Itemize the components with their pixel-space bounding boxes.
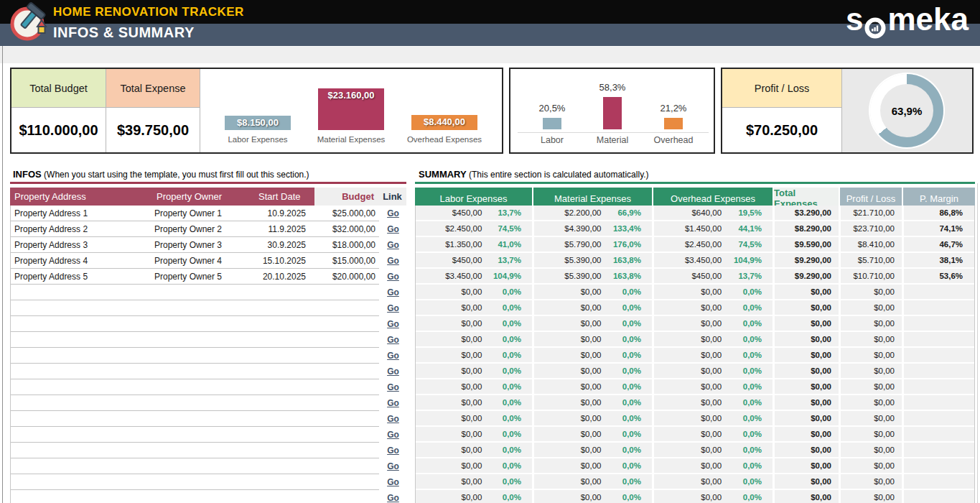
cell-overhead-expenses[interactable]: $0,000,0%	[654, 458, 775, 473]
cell-budget[interactable]	[315, 490, 379, 503]
cell-property-address[interactable]	[11, 379, 153, 395]
cell-profit-loss[interactable]: $0,00	[841, 427, 904, 441]
cell-budget[interactable]	[315, 474, 379, 490]
cell-property-address[interactable]	[11, 490, 153, 503]
cell-property-address[interactable]	[11, 411, 153, 427]
cell-labor-expenses[interactable]: $0,000,0%	[416, 411, 534, 425]
cell-material-expenses[interactable]: $0,000,0%	[534, 395, 654, 410]
cell-budget[interactable]	[315, 364, 379, 379]
cell-total-expenses[interactable]: $0,00	[775, 285, 841, 299]
cell-labor-expenses[interactable]: $0,000,0%	[416, 300, 534, 315]
cell-overhead-expenses[interactable]: $2.450,0074,5%	[654, 237, 775, 251]
cell-profit-loss[interactable]: $0,00	[841, 458, 904, 473]
go-link[interactable]: Go	[387, 319, 399, 329]
cell-property-owner[interactable]	[153, 427, 253, 443]
cell-labor-expenses[interactable]: $0,000,0%	[416, 427, 534, 441]
cell-labor-expenses[interactable]: $0,000,0%	[416, 395, 534, 410]
cell-start-date[interactable]	[253, 332, 315, 348]
cell-overhead-expenses[interactable]: $640,0019,5%	[654, 206, 775, 220]
cell-profit-loss[interactable]: $0,00	[841, 285, 904, 299]
cell-labor-expenses[interactable]: $0,000,0%	[416, 379, 534, 394]
cell-property-address[interactable]	[11, 427, 153, 443]
cell-budget[interactable]	[315, 395, 379, 411]
cell-p-margin[interactable]: 86,8%	[904, 206, 976, 220]
cell-property-owner[interactable]	[153, 332, 253, 348]
cell-labor-expenses[interactable]: $0,000,0%	[416, 332, 534, 346]
cell-property-owner[interactable]	[153, 379, 253, 395]
cell-property-address[interactable]	[11, 348, 153, 364]
cell-profit-loss[interactable]: $0,00	[841, 316, 904, 331]
cell-p-margin[interactable]	[904, 427, 976, 441]
cell-p-margin[interactable]	[904, 348, 976, 362]
cell-p-margin[interactable]	[904, 332, 976, 346]
cell-property-owner[interactable]	[153, 285, 253, 300]
cell-total-expenses[interactable]: $0,00	[775, 395, 841, 410]
cell-property-address[interactable]	[11, 285, 153, 300]
cell-budget[interactable]: $18.000,00	[315, 237, 379, 253]
cell-material-expenses[interactable]: $0,000,0%	[534, 316, 654, 331]
go-link[interactable]: Go	[387, 477, 399, 487]
cell-start-date[interactable]: 15.10.2025	[253, 253, 315, 269]
cell-start-date[interactable]	[253, 379, 315, 395]
cell-profit-loss[interactable]: $0,00	[841, 443, 904, 457]
cell-total-expenses[interactable]: $9.590,00	[775, 237, 841, 251]
cell-total-expenses[interactable]: $0,00	[775, 411, 841, 425]
go-link[interactable]: Go	[387, 382, 399, 392]
cell-start-date[interactable]	[253, 427, 315, 443]
cell-property-owner[interactable]	[153, 474, 253, 490]
cell-profit-loss[interactable]: $0,00	[841, 379, 904, 394]
cell-material-expenses[interactable]: $0,000,0%	[534, 474, 654, 489]
cell-budget[interactable]	[315, 285, 379, 300]
cell-overhead-expenses[interactable]: $450,0013,7%	[654, 269, 775, 283]
cell-profit-loss[interactable]: $8.410,00	[841, 237, 904, 251]
go-link[interactable]: Go	[387, 351, 399, 361]
cell-start-date[interactable]	[253, 285, 315, 300]
go-link[interactable]: Go	[387, 414, 399, 424]
cell-property-owner[interactable]	[153, 458, 253, 474]
cell-material-expenses[interactable]: $0,000,0%	[534, 285, 654, 299]
cell-start-date[interactable]: 30.9.2025	[253, 237, 315, 253]
cell-property-address[interactable]: Property Address 5	[11, 269, 153, 285]
cell-p-margin[interactable]: 74,1%	[904, 221, 976, 236]
cell-budget[interactable]	[315, 332, 379, 348]
cell-overhead-expenses[interactable]: $0,000,0%	[654, 316, 775, 331]
cell-profit-loss[interactable]: $0,00	[841, 490, 904, 503]
cell-budget[interactable]: $25.000,00	[315, 206, 379, 221]
cell-start-date[interactable]	[253, 348, 315, 364]
cell-budget[interactable]	[315, 379, 379, 395]
cell-property-owner[interactable]: Property Owner 1	[153, 206, 253, 221]
cell-start-date[interactable]	[253, 364, 315, 379]
cell-material-expenses[interactable]: $5.390,00163,8%	[534, 269, 654, 283]
cell-budget[interactable]: $20.000,00	[315, 269, 379, 285]
go-link[interactable]: Go	[387, 366, 399, 377]
cell-overhead-expenses[interactable]: $0,000,0%	[654, 348, 775, 362]
cell-property-owner[interactable]: Property Owner 2	[153, 221, 253, 237]
cell-material-expenses[interactable]: $5.790,00176,0%	[534, 237, 654, 251]
cell-material-expenses[interactable]: $0,000,0%	[534, 411, 654, 425]
cell-material-expenses[interactable]: $0,000,0%	[534, 379, 654, 394]
cell-p-margin[interactable]	[904, 458, 976, 473]
cell-property-owner[interactable]: Property Owner 3	[153, 237, 253, 253]
cell-property-owner[interactable]	[153, 443, 253, 458]
cell-property-address[interactable]	[11, 395, 153, 411]
cell-p-margin[interactable]	[904, 474, 976, 489]
cell-budget[interactable]	[315, 443, 379, 458]
cell-property-owner[interactable]: Property Owner 5	[153, 269, 253, 285]
cell-overhead-expenses[interactable]: $0,000,0%	[654, 332, 775, 346]
cell-property-address[interactable]	[11, 474, 153, 490]
go-link[interactable]: Go	[387, 272, 399, 282]
cell-total-expenses[interactable]: $8.290,00	[775, 221, 841, 236]
go-link[interactable]: Go	[387, 461, 399, 471]
go-link[interactable]: Go	[387, 303, 399, 313]
cell-labor-expenses[interactable]: $2.450,0074,5%	[416, 221, 534, 236]
cell-p-margin[interactable]: 46,7%	[904, 237, 976, 251]
cell-property-owner[interactable]	[153, 348, 253, 364]
cell-total-expenses[interactable]: $0,00	[775, 427, 841, 441]
cell-material-expenses[interactable]: $0,000,0%	[534, 332, 654, 346]
cell-labor-expenses[interactable]: $0,000,0%	[416, 458, 534, 473]
cell-overhead-expenses[interactable]: $0,000,0%	[654, 300, 775, 315]
cell-profit-loss[interactable]: $0,00	[841, 348, 904, 362]
cell-budget[interactable]: $32.000,00	[315, 221, 379, 237]
cell-budget[interactable]	[315, 348, 379, 364]
go-link[interactable]: Go	[387, 430, 399, 440]
